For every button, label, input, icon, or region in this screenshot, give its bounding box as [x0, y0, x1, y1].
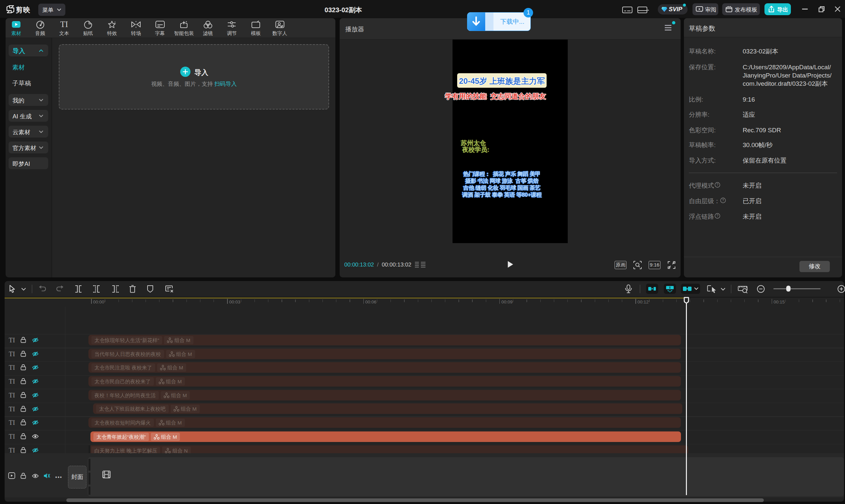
svg-text:?: ?	[717, 183, 719, 187]
svg-text:?: ?	[722, 199, 724, 202]
svg-text:?: ?	[717, 214, 719, 218]
